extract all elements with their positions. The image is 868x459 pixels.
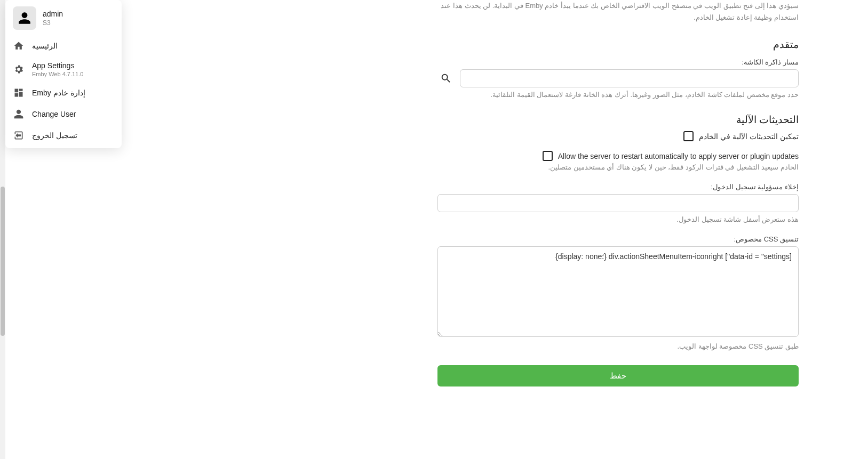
login-disclaimer-label: إخلاء مسؤولية تسجيل الدخول: (437, 183, 799, 191)
custom-css-field: تنسيق CSS مخصوص: طبق تنسيق CSS مخصوصة لو… (437, 235, 799, 350)
browse-button[interactable] (437, 70, 455, 87)
allow-restart-help: الخادم سيعيد التشغيل في فترات الركود فقط… (437, 163, 799, 171)
gear-icon (13, 63, 25, 75)
menu-item-home[interactable]: الرئيسية (5, 35, 122, 57)
save-button[interactable]: حفظ (437, 365, 799, 386)
scrollbar-thumb[interactable] (1, 187, 5, 336)
custom-css-textarea[interactable] (437, 246, 799, 337)
enable-updates-checkbox[interactable] (683, 131, 694, 141)
search-icon (440, 73, 452, 84)
cache-path-help: حدد موقع مخصص لملفات كاشة الخادم، مثل ال… (437, 91, 799, 99)
scrollbar-track[interactable] (0, 0, 5, 459)
custom-css-label: تنسيق CSS مخصوص: (437, 235, 799, 243)
person-icon (13, 108, 25, 120)
enable-updates-row[interactable]: تمكين التحديثات الآلية في الخادم (437, 131, 799, 141)
user-name: admin (43, 10, 114, 18)
cache-path-input[interactable] (460, 69, 799, 87)
menu-label: الرئيسية (32, 42, 114, 50)
home-icon (13, 40, 25, 52)
menu-item-app-settings[interactable]: App Settings Emby Web 4.7.11.0 (5, 57, 122, 82)
allow-restart-label: Allow the server to restart automaticall… (558, 152, 799, 160)
menu-sublabel: Emby Web 4.7.11.0 (32, 71, 114, 77)
top-help-text: سيؤدي هذا إلى فتح تطبيق الويب في متصفح ا… (437, 0, 799, 23)
menu-label: App Settings (32, 61, 114, 70)
menu-item-change-user[interactable]: Change User (5, 103, 122, 125)
menu-label: إدارة خادم Emby (32, 88, 114, 97)
menu-item-logout[interactable]: تسجيل الخروج (5, 125, 122, 146)
avatar (13, 6, 36, 30)
custom-css-help: طبق تنسيق CSS مخصوصة لواجهة الويب. (437, 342, 799, 350)
section-title-updates: التحديثات الآلية (437, 114, 799, 126)
logout-icon (13, 130, 25, 141)
cache-path-label: مسار ذاكرة الكاشة: (437, 58, 799, 66)
allow-restart-row[interactable]: Allow the server to restart automaticall… (437, 151, 799, 161)
cache-path-field: مسار ذاكرة الكاشة: حدد موقع مخصص لملفات … (437, 58, 799, 99)
login-disclaimer-help: هذه ستعرض أسفل شاشة تسجيل الدخول. (437, 215, 799, 223)
login-disclaimer-input[interactable] (437, 194, 799, 212)
user-sub: S3 (43, 19, 114, 27)
section-title-advanced: متقدم (437, 38, 799, 51)
menu-label: تسجيل الخروج (32, 131, 114, 140)
enable-updates-label: تمكين التحديثات الآلية في الخادم (699, 132, 799, 141)
person-icon (18, 11, 31, 25)
user-header: admin S3 (5, 3, 122, 35)
menu-label: Change User (32, 110, 114, 118)
main-content: سيؤدي هذا إلى فتح تطبيق الويب في متصفح ا… (437, 0, 799, 418)
login-disclaimer-field: إخلاء مسؤولية تسجيل الدخول: هذه ستعرض أس… (437, 183, 799, 223)
menu-item-manage-server[interactable]: إدارة خادم Emby (5, 82, 122, 103)
allow-restart-checkbox[interactable] (543, 151, 553, 161)
user-menu: admin S3 الرئيسية App Settings Emby Web … (5, 0, 122, 148)
dashboard-icon (13, 87, 25, 99)
